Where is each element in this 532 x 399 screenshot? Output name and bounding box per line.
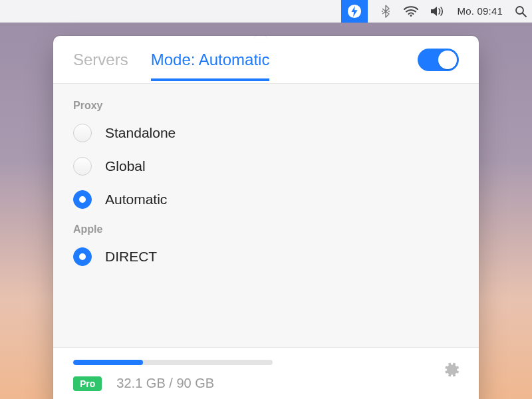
tab-bar: Servers Mode: Automatic [53,36,479,84]
gear-icon [443,361,460,378]
radio-icon [73,124,92,142]
radio-icon [73,247,92,266]
radio-icon [73,157,92,176]
radio-label: Standalone [105,125,176,141]
tab-servers[interactable]: Servers [73,51,128,81]
pro-badge: Pro [73,376,102,391]
proxy-option-standalone[interactable]: Standalone [73,124,459,142]
svg-line-5 [523,13,526,17]
apple-option-direct[interactable]: DIRECT [73,247,459,266]
settings-button[interactable] [443,361,460,381]
svg-point-1 [382,11,383,12]
radio-label: DIRECT [105,249,157,265]
app-menubar-icon[interactable] [341,0,368,23]
spotlight-icon[interactable] [515,5,527,17]
radio-label: Global [105,158,146,174]
bluetooth-icon[interactable] [380,5,392,18]
volume-icon[interactable] [430,5,445,17]
bolt-icon [347,4,362,19]
popover-arrow [253,36,269,37]
svg-point-3 [410,15,412,17]
proxy-option-global[interactable]: Global [73,157,459,176]
svg-point-4 [516,7,523,14]
section-title-proxy: Proxy [73,100,459,112]
tab-mode[interactable]: Mode: Automatic [151,51,270,81]
toggle-knob [438,51,457,69]
macos-menubar: Mo. 09:41 [0,0,532,23]
usage-text: 32.1 GB / 90 GB [116,376,214,391]
proxy-option-automatic[interactable]: Automatic [73,190,459,209]
usage-progress [73,360,273,365]
menubar-clock[interactable]: Mo. 09:41 [457,5,503,17]
wifi-icon[interactable] [404,6,418,17]
section-title-apple: Apple [73,223,459,235]
popover-body: Proxy Standalone Global Automatic Apple … [53,84,479,347]
radio-icon [73,190,92,209]
svg-point-2 [388,11,390,12]
popover-footer: Pro 32.1 GB / 90 GB [53,347,479,399]
app-popover: Servers Mode: Automatic Proxy Standalone… [53,36,479,399]
enable-toggle[interactable] [418,49,459,71]
radio-label: Automatic [105,192,167,207]
usage-progress-fill [73,360,143,365]
